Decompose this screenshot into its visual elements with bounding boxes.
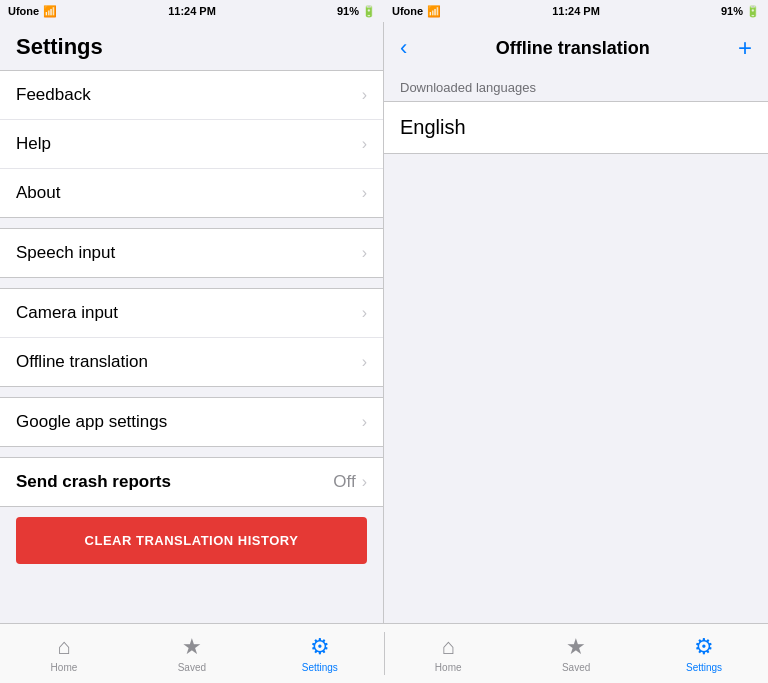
speech-input-chevron-icon: › (362, 244, 367, 262)
settings-item-about[interactable]: About › (0, 169, 383, 217)
right-time: 11:24 PM (552, 5, 600, 17)
nav-left-settings[interactable]: ⚙ Settings (256, 628, 384, 679)
right-carrier: Ufone (392, 5, 423, 17)
left-battery-icon: 🔋 (362, 5, 376, 18)
nav-left-saved[interactable]: ★ Saved (128, 628, 256, 679)
settings-icon-left: ⚙ (310, 634, 330, 660)
offline-translation-right: › (362, 353, 367, 371)
camera-input-right: › (362, 304, 367, 322)
right-panel: ‹ Offline translation + Downloaded langu… (384, 22, 768, 623)
main-layout: Settings Feedback › Help › About (0, 22, 768, 623)
left-status-bar: Ufone 📶 11:24 PM 91% 🔋 (0, 0, 384, 22)
english-language-label: English (400, 116, 466, 139)
right-content: Downloaded languages English (384, 72, 768, 623)
language-list: English (384, 101, 768, 154)
back-button[interactable]: ‹ (400, 35, 407, 61)
settings-title: Settings (0, 22, 383, 70)
send-crash-reports-label: Send crash reports (16, 472, 171, 492)
status-bars: Ufone 📶 11:24 PM 91% 🔋 Ufone 📶 11:24 PM … (0, 0, 768, 22)
camera-input-label: Camera input (16, 303, 118, 323)
settings-group-4: Google app settings › (0, 397, 383, 447)
send-crash-reports-chevron-icon: › (362, 473, 367, 491)
send-crash-reports-value: Off (333, 472, 355, 492)
help-right: › (362, 135, 367, 153)
right-header: ‹ Offline translation + (384, 22, 768, 72)
settings-item-send-crash-reports[interactable]: Send crash reports Off › (0, 458, 383, 506)
language-item-english[interactable]: English (384, 102, 768, 153)
saved-icon-left: ★ (182, 634, 202, 660)
settings-item-camera-input[interactable]: Camera input › (0, 289, 383, 338)
right-status-bar: Ufone 📶 11:24 PM 91% 🔋 (384, 0, 768, 22)
nav-left-home[interactable]: ⌂ Home (0, 628, 128, 679)
left-battery: 91% (337, 5, 359, 17)
nav-right-settings[interactable]: ⚙ Settings (640, 628, 768, 679)
google-app-settings-chevron-icon: › (362, 413, 367, 431)
about-chevron-icon: › (362, 184, 367, 202)
about-right: › (362, 184, 367, 202)
settings-list: Feedback › Help › About › (0, 70, 383, 623)
saved-icon-right: ★ (566, 634, 586, 660)
right-battery: 91% (721, 5, 743, 17)
google-app-settings-label: Google app settings (16, 412, 167, 432)
add-language-button[interactable]: + (738, 34, 752, 62)
help-label: Help (16, 134, 51, 154)
right-battery-icon: 🔋 (746, 5, 760, 18)
downloaded-languages-header: Downloaded languages (384, 72, 768, 101)
settings-group-5: Send crash reports Off › (0, 457, 383, 507)
left-time: 11:24 PM (168, 5, 216, 17)
left-wifi-icon: 📶 (43, 5, 57, 18)
home-label-right: Home (435, 662, 462, 673)
settings-item-offline-translation[interactable]: Offline translation › (0, 338, 383, 386)
settings-group-1: Feedback › Help › About › (0, 70, 383, 218)
settings-group-2: Speech input › (0, 228, 383, 278)
home-label-left: Home (51, 662, 78, 673)
feedback-right: › (362, 86, 367, 104)
saved-label-right: Saved (562, 662, 590, 673)
bottom-nav-right: ⌂ Home ★ Saved ⚙ Settings (384, 624, 768, 683)
offline-translation-chevron-icon: › (362, 353, 367, 371)
settings-item-help[interactable]: Help › (0, 120, 383, 169)
saved-label-left: Saved (178, 662, 206, 673)
clear-translation-history-button[interactable]: CLEAR TRANSLATION HISTORY (16, 517, 367, 564)
offline-translation-label: Offline translation (16, 352, 148, 372)
left-panel: Settings Feedback › Help › About (0, 22, 384, 623)
speech-input-right: › (362, 244, 367, 262)
bottom-nav-container: ⌂ Home ★ Saved ⚙ Settings ⌂ Home ★ Saved… (0, 623, 768, 683)
feedback-chevron-icon: › (362, 86, 367, 104)
home-icon-right: ⌂ (442, 634, 455, 660)
feedback-label: Feedback (16, 85, 91, 105)
settings-item-feedback[interactable]: Feedback › (0, 71, 383, 120)
home-icon-left: ⌂ (57, 634, 70, 660)
bottom-nav-left: ⌂ Home ★ Saved ⚙ Settings (0, 624, 384, 683)
right-wifi-icon: 📶 (427, 5, 441, 18)
about-label: About (16, 183, 60, 203)
google-app-settings-right: › (362, 413, 367, 431)
right-panel-title: Offline translation (496, 38, 650, 59)
settings-icon-right: ⚙ (694, 634, 714, 660)
send-crash-reports-right: Off › (333, 472, 367, 492)
speech-input-label: Speech input (16, 243, 115, 263)
settings-label-right: Settings (686, 662, 722, 673)
help-chevron-icon: › (362, 135, 367, 153)
nav-right-home[interactable]: ⌂ Home (384, 628, 512, 679)
settings-label-left: Settings (302, 662, 338, 673)
nav-right-saved[interactable]: ★ Saved (512, 628, 640, 679)
settings-item-speech-input[interactable]: Speech input › (0, 229, 383, 277)
settings-item-google-app-settings[interactable]: Google app settings › (0, 398, 383, 446)
camera-input-chevron-icon: › (362, 304, 367, 322)
settings-group-3: Camera input › Offline translation › (0, 288, 383, 387)
left-carrier: Ufone (8, 5, 39, 17)
